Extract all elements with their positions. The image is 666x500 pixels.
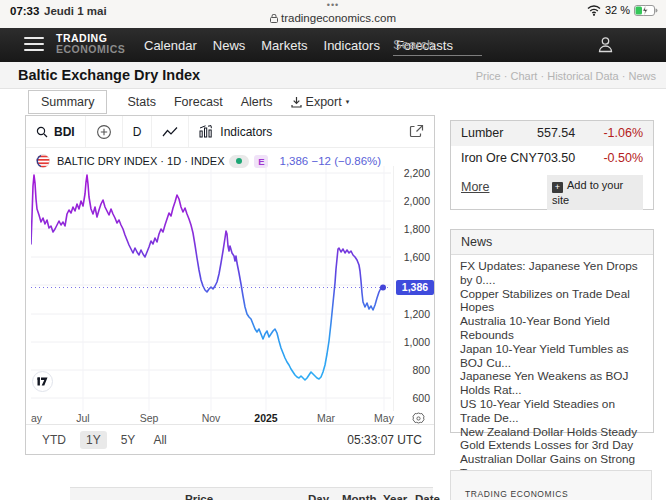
indicators-label: Indicators [220, 125, 272, 139]
subscription-brand: TRADING ECONOMICS [465, 489, 651, 499]
markets-more-link[interactable]: More [461, 180, 489, 194]
range-button-all[interactable]: All [149, 431, 170, 449]
range-button-1y[interactable]: 1Y [80, 431, 107, 449]
hamburger-menu-icon[interactable] [24, 37, 44, 52]
market-row[interactable]: Lumber557.54-1.06% [451, 121, 653, 146]
news-header: News [451, 230, 653, 255]
download-icon [291, 96, 302, 108]
y-axis-label: 2,000 [404, 195, 430, 207]
price-line [31, 175, 383, 380]
y-axis-label: 1,000 [404, 336, 430, 348]
breadcrumb[interactable]: Price · Chart · Historical Data · News [476, 70, 656, 82]
wifi-icon [587, 5, 601, 16]
chart-type-button[interactable] [152, 116, 189, 147]
news-headline-link[interactable]: Australia 10-Year Bond Yield Rebounds [460, 315, 644, 343]
nav-item-calendar[interactable]: Calendar [143, 38, 198, 53]
tab-stats[interactable]: Stats [127, 95, 156, 109]
symbol-search-button[interactable]: BDI [26, 116, 86, 147]
news-list: FX Updates: Japanese Yen Drops by 0....C… [451, 255, 653, 500]
plus-circle-icon [96, 124, 112, 140]
price-axis[interactable]: 2,2002,0001,8001,6001,2001,0008006001,38… [393, 166, 435, 411]
tradingview-logo[interactable] [32, 371, 53, 392]
chart-toolbar: BDI D Indicators [26, 116, 434, 148]
market-change-pct: -1.06% [595, 126, 643, 141]
address-url: tradingeconomics.com [281, 12, 396, 24]
x-axis-label: Nov [194, 412, 228, 424]
related-markets-card: Lumber557.54-1.06%Iron Ore CNY703.50-0.5… [450, 120, 654, 210]
search-icon [36, 126, 48, 138]
user-account-icon[interactable] [598, 36, 613, 57]
table-column-header: Month [342, 493, 376, 500]
market-value: 557.54 [537, 126, 595, 141]
compare-add-button[interactable] [86, 116, 123, 147]
ios-status-bar: 07:33 Jeudi 1 mai ••• tradingeconomics.c… [0, 0, 666, 28]
news-headline-link[interactable]: US 10-Year Yield Steadies on Trade De... [460, 398, 644, 426]
logo-line-2: ECONOMICS [56, 44, 125, 55]
tab-summary[interactable]: Summary [28, 90, 107, 114]
x-axis-label: ay [31, 412, 55, 424]
price-chart-canvas[interactable] [31, 166, 391, 411]
open-fullscreen-button[interactable] [409, 124, 424, 139]
interval-button[interactable]: D [123, 116, 153, 147]
export-button[interactable]: Export ▾ [291, 95, 350, 109]
news-headline-link[interactable]: Copper Stabilizes on Trade Deal Hopes [460, 288, 644, 316]
table-column-header: Day [308, 493, 329, 500]
plus-icon: + [552, 182, 563, 193]
battery-percent: 32 % [605, 4, 630, 16]
y-axis-label: 1,200 [404, 308, 430, 320]
interval-label: D [133, 125, 142, 139]
table-column-header: Year [383, 493, 407, 500]
section-tabs: Summary Stats Forecast Alerts Export ▾ [28, 89, 349, 114]
tab-forecast[interactable]: Forecast [174, 95, 223, 109]
range-buttons: YTD1Y5YAll [38, 431, 171, 449]
trading-economics-logo[interactable]: TRADING ECONOMICS [56, 33, 125, 55]
market-name: Iron Ore CNY [461, 151, 537, 166]
indicators-icon [199, 125, 214, 138]
tab-alerts[interactable]: Alerts [241, 95, 273, 109]
market-value: 703.50 [537, 151, 595, 166]
battery-charging-icon [634, 5, 658, 16]
line-chart-icon [162, 126, 178, 138]
nav-item-news[interactable]: News [212, 38, 247, 53]
page-header: Baltic Exchange Dry Index Price · Chart … [0, 62, 666, 89]
x-axis-label: May [367, 412, 401, 424]
market-name: Lumber [461, 126, 537, 141]
news-headline-link[interactable]: FX Updates: Japanese Yen Drops by 0.... [460, 260, 644, 288]
x-axis-label: Sep [132, 412, 166, 424]
search-input[interactable]: Search [393, 35, 482, 56]
x-axis-label: Mar [309, 412, 343, 424]
chevron-down-icon: ▾ [346, 98, 350, 106]
table-column-header: Date [415, 493, 440, 500]
y-axis-label: 1,800 [404, 223, 430, 235]
nav-item-indicators[interactable]: Indicators [323, 38, 381, 53]
green-dot-icon [236, 158, 242, 164]
page-title: Baltic Exchange Dry Index [18, 67, 200, 83]
add-to-your-site-button[interactable]: +Add to your site [547, 175, 643, 210]
y-axis-label: 800 [412, 364, 430, 376]
y-axis-label: 1,600 [404, 251, 430, 263]
lock-icon [270, 14, 278, 23]
x-axis-label: 2025 [249, 412, 283, 424]
subscription-card[interactable]: TRADING ECONOMICS Subscription [450, 470, 652, 500]
range-button-ytd[interactable]: YTD [38, 431, 70, 449]
news-card: News FX Updates: Japanese Yen Drops by 0… [450, 229, 654, 433]
market-row[interactable]: Iron Ore CNY703.50-0.50% [451, 146, 653, 171]
last-price-dot [380, 285, 386, 291]
address-bar[interactable]: tradingeconomics.com [0, 12, 666, 24]
nav-item-markets[interactable]: Markets [260, 38, 308, 53]
symbol-label: BDI [54, 125, 75, 139]
tab-switcher-dots[interactable]: ••• [0, 0, 666, 10]
news-headline-link[interactable]: Gold Extends Losses for 3rd Day [460, 439, 644, 453]
current-price-badge: 1,386 [396, 280, 434, 295]
range-button-5y[interactable]: 5Y [117, 431, 140, 449]
news-headline-link[interactable]: Japan 10-Year Yield Tumbles as BOJ Cu... [460, 343, 644, 371]
chart-card: BDI D Indicators [25, 115, 435, 455]
export-label: Export [306, 95, 342, 109]
vertical-gridlines [83, 166, 384, 411]
news-headline-link[interactable]: New Zealand Dollar Holds Steady [460, 426, 644, 440]
news-headline-link[interactable]: Japanese Yen Weakens as BOJ Holds Rat... [460, 370, 644, 398]
market-change-pct: -0.50% [595, 151, 643, 166]
indicators-button[interactable]: Indicators [189, 116, 282, 147]
chart-clock: 05:33:07 UTC [347, 433, 422, 447]
y-axis-label: 600 [412, 392, 430, 404]
